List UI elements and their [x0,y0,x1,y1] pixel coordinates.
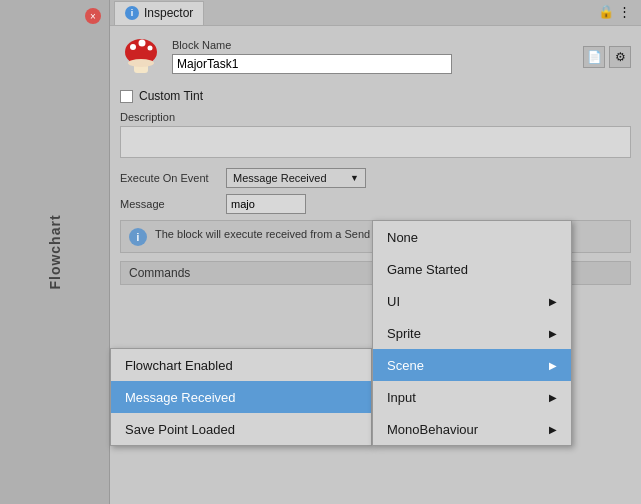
inspector-panel: i Inspector 🔒 ⋮ [110,0,641,504]
message-row: Message [120,194,631,214]
mushroom-icon [120,34,162,79]
sidebar-title: Flowchart [47,214,63,289]
lock-icon: 🔒 [598,4,614,19]
execute-on-event-dropdown[interactable]: Message Received ▼ [226,168,366,188]
commands-bar: Commands [120,261,631,285]
custom-tint-row: Custom Tint [120,89,631,103]
block-name-input[interactable] [172,54,452,74]
inspector-tab-label: Inspector [144,6,193,20]
sidebar-close-button[interactable]: × [85,8,101,24]
info-text: The block will execute received from a S… [155,227,382,242]
sidebar: × Flowchart [0,0,110,504]
svg-point-2 [139,40,146,47]
description-label: Description [120,111,631,123]
message-input[interactable] [226,194,306,214]
info-box: i The block will execute received from a… [120,220,631,253]
tab-bar: i Inspector 🔒 ⋮ [110,0,641,26]
block-name-label: Block Name [172,39,573,51]
commands-label: Commands [129,266,190,280]
svg-point-3 [148,46,153,51]
block-name-section: Block Name [172,39,573,74]
custom-tint-label: Custom Tint [139,89,203,103]
inspector-tab[interactable]: i Inspector [114,1,204,25]
dropdown-arrow-icon: ▼ [350,173,359,183]
inspector-content: Block Name 📄 ⚙ Custom Tint Description E… [110,26,641,293]
execute-on-event-value: Message Received [233,172,327,184]
info-icon: i [129,228,147,246]
description-field[interactable] [120,126,631,158]
lock-icon-area: 🔒 ⋮ [598,4,631,19]
inspector-tab-icon: i [125,6,139,20]
message-label: Message [120,198,220,210]
settings-icon-button[interactable]: ⚙ [609,46,631,68]
execute-on-event-label: Execute On Event [120,172,220,184]
header-right-icons: 📄 ⚙ [583,46,631,68]
custom-tint-checkbox[interactable] [120,90,133,103]
svg-point-1 [130,44,136,50]
menu-icon[interactable]: ⋮ [618,4,631,19]
svg-point-5 [128,59,154,67]
script-icon-button[interactable]: 📄 [583,46,605,68]
execute-on-event-row: Execute On Event Message Received ▼ [120,168,631,188]
header-row: Block Name 📄 ⚙ [120,34,631,79]
